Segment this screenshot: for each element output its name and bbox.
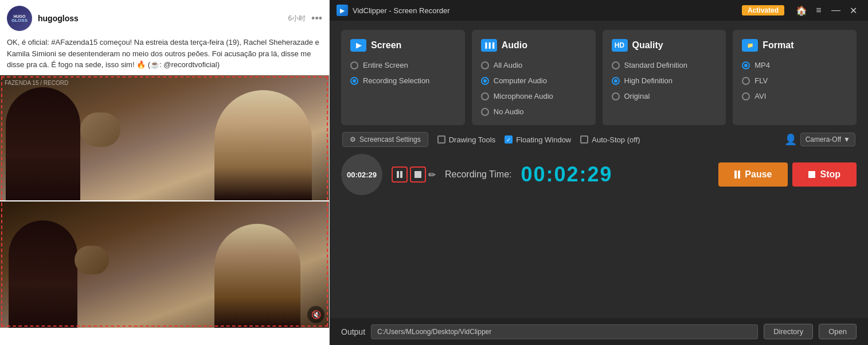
activated-badge: Activated — [742, 5, 784, 15]
standard-def-label: Standard Definition — [624, 61, 688, 69]
mp4-radio[interactable] — [742, 61, 750, 69]
post-more-button[interactable]: ••• — [311, 13, 322, 25]
original-option[interactable]: Original — [612, 92, 717, 100]
format-header: 📁 Format — [742, 39, 847, 52]
audio-card: ▐▐▐ Audio All Audio Computer Audio Micro… — [472, 30, 596, 125]
gear-icon: ⚙ — [350, 135, 356, 144]
avi-radio[interactable] — [742, 92, 750, 100]
original-radio[interactable] — [612, 92, 620, 100]
audio-header: ▐▐▐ Audio — [481, 39, 587, 52]
entire-screen-label: Entire Screen — [363, 61, 408, 69]
avatar: HUGO GLOSS — [7, 6, 32, 31]
home-button[interactable]: 🏠 — [793, 2, 810, 18]
chevron-down-icon: ▼ — [843, 135, 850, 144]
all-audio-radio[interactable] — [481, 61, 489, 69]
recording-selection-label: Recording Selection — [363, 76, 429, 85]
post-text: OK, é oficial: #AFazenda15 começou! Na e… — [0, 37, 329, 75]
standard-def-radio[interactable] — [612, 61, 620, 69]
directory-button[interactable]: Directory — [764, 324, 813, 339]
no-audio-option[interactable]: No Audio — [481, 107, 587, 116]
computer-audio-option[interactable]: Computer Audio — [481, 76, 587, 85]
mini-pause-button[interactable] — [392, 166, 408, 183]
watermark: FAZENDA 15 / RECORD — [5, 80, 68, 86]
no-audio-label: No Audio — [494, 107, 524, 116]
entire-screen-option[interactable]: Entire Screen — [350, 61, 456, 69]
quality-title: Quality — [632, 40, 663, 51]
drawing-tools-label: Drawing Tools — [449, 135, 495, 144]
title-controls: 🏠 ≡ — ✕ — [793, 2, 861, 18]
post-meta: hugogloss — [38, 14, 282, 23]
minimize-button[interactable]: — — [828, 2, 844, 18]
flv-label: FLV — [754, 76, 768, 85]
mp4-option[interactable]: MP4 — [742, 61, 847, 69]
mini-stop-button[interactable] — [410, 166, 426, 183]
recording-label: Recording Time: — [445, 169, 512, 180]
avi-option[interactable]: AVI — [742, 92, 847, 100]
flv-option[interactable]: FLV — [742, 76, 847, 85]
mp4-label: MP4 — [754, 61, 770, 69]
computer-audio-radio[interactable] — [481, 77, 489, 85]
output-bar: Output Directory Open — [330, 318, 868, 345]
close-button[interactable]: ✕ — [845, 2, 861, 18]
all-audio-label: All Audio — [494, 61, 523, 69]
big-stop-icon — [808, 171, 815, 178]
screencast-settings-button[interactable]: ⚙ Screencast Settings — [342, 132, 428, 147]
screen-title: Screen — [371, 40, 401, 51]
standard-def-option[interactable]: Standard Definition — [612, 61, 717, 69]
avi-label: AVI — [754, 92, 766, 100]
output-path-input[interactable] — [371, 324, 758, 339]
mini-controls-group: ✏ — [392, 166, 436, 183]
screencast-settings-label: Screencast Settings — [359, 135, 421, 144]
floating-window-box[interactable]: ✓ — [505, 135, 513, 144]
big-stop-button[interactable]: Stop — [792, 162, 857, 187]
mute-icon[interactable]: 🔇 — [307, 306, 324, 323]
camera-select-button[interactable]: Camera-Off ▼ — [800, 133, 855, 146]
autostop-checkbox[interactable]: Auto-Stop (off) — [580, 135, 640, 144]
app-icon: ▶ — [337, 5, 348, 16]
camera-dropdown: 👤 Camera-Off ▼ — [784, 133, 855, 146]
pause-bar-1 — [397, 171, 399, 178]
big-pause-bar-1 — [734, 170, 737, 179]
format-card: 📁 Format MP4 FLV AVI — [733, 30, 857, 125]
social-panel: HUGO GLOSS hugogloss 6小时 ••• OK, é ofici… — [0, 0, 330, 345]
microphone-audio-option[interactable]: Microphone Audio — [481, 92, 587, 100]
image-top-bg: FAZENDA 15 / RECORD — [0, 75, 329, 200]
open-button[interactable]: Open — [819, 324, 857, 339]
time-bubble: 00:02:29 — [341, 154, 382, 195]
format-icon: 📁 — [742, 39, 758, 52]
high-def-option[interactable]: High Definition — [612, 76, 717, 85]
settings-bar: ⚙ Screencast Settings Drawing Tools ✓ Fl… — [341, 132, 857, 147]
high-def-radio[interactable] — [612, 77, 620, 85]
recording-selection-option[interactable]: Recording Selection — [350, 76, 456, 85]
recording-selection-radio[interactable] — [350, 77, 358, 85]
computer-audio-label: Computer Audio — [494, 76, 547, 85]
autostop-box[interactable] — [580, 135, 588, 144]
drawing-tools-box[interactable] — [437, 135, 445, 144]
main-content: ▶ Screen Entire Screen Recording Selecti… — [330, 21, 868, 318]
entire-screen-radio[interactable] — [350, 61, 358, 69]
autostop-label: Auto-Stop (off) — [592, 135, 640, 144]
image-bottom-bg — [0, 201, 329, 328]
menu-button[interactable]: ≡ — [811, 2, 827, 18]
original-label: Original — [624, 92, 650, 100]
post-image-grid: FAZENDA 15 / RECORD 🔇 — [0, 75, 329, 328]
floating-window-label: Floating Window — [516, 135, 571, 144]
mini-stop-icon — [415, 171, 421, 178]
mini-edit-button[interactable]: ✏ — [428, 169, 436, 180]
post-image-bottom: 🔇 — [0, 201, 329, 328]
audio-title: Audio — [502, 40, 527, 51]
post-header: HUGO GLOSS hugogloss 6小时 ••• — [0, 0, 329, 37]
screen-icon: ▶ — [350, 39, 366, 52]
flv-radio[interactable] — [742, 77, 750, 85]
microphone-audio-label: Microphone Audio — [494, 92, 553, 100]
big-pause-button[interactable]: Pause — [718, 162, 788, 187]
all-audio-option[interactable]: All Audio — [481, 61, 587, 69]
microphone-audio-radio[interactable] — [481, 92, 489, 100]
drawing-tools-checkbox[interactable]: Drawing Tools — [437, 135, 495, 144]
high-def-label: High Definition — [624, 76, 673, 85]
camera-select-label: Camera-Off — [806, 135, 841, 144]
floating-window-checkbox[interactable]: ✓ Floating Window — [505, 135, 571, 144]
recording-row: 00:02:29 ✏ Recording Time: 00:02:29 — [341, 154, 857, 195]
quality-header: HD Quality — [612, 39, 717, 52]
no-audio-radio[interactable] — [481, 108, 489, 116]
